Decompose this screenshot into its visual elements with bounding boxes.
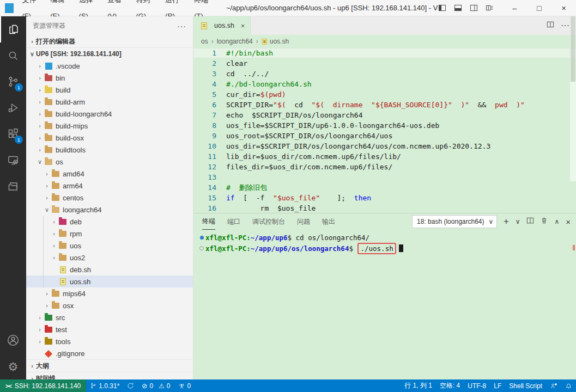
chevron-right-icon[interactable]: › xyxy=(43,194,51,201)
terminal-dropdown-icon[interactable]: ∨ xyxy=(516,218,520,225)
breadcrumb-item-loongarch64[interactable]: loongarch64 xyxy=(217,38,253,45)
status-cursor-position[interactable]: 行 1, 列 1 xyxy=(401,379,436,392)
chevron-down-icon[interactable]: ∨ xyxy=(36,158,44,166)
panel-tab-问题[interactable]: 问题 xyxy=(297,213,310,230)
chevron-right-icon[interactable]: › xyxy=(50,230,58,237)
status-indentation[interactable]: 空格: 4 xyxy=(436,379,464,392)
timeline-section[interactable]: › 时间线 xyxy=(26,372,193,379)
toggle-panel-icon[interactable] xyxy=(454,4,462,12)
split-editor-icon[interactable] xyxy=(547,21,554,30)
tree-item-osx[interactable]: ›osx xyxy=(26,299,193,311)
status-remote[interactable]: ><SSH: 192.168.141.140 xyxy=(0,379,86,392)
tree-item-loongarch64[interactable]: ∨loongarch64 xyxy=(26,204,193,216)
chevron-right-icon[interactable]: › xyxy=(43,290,51,297)
chevron-right-icon[interactable]: › xyxy=(50,242,58,249)
breadcrumb-item-os[interactable]: os xyxy=(201,38,208,45)
chevron-right-icon[interactable]: › xyxy=(36,146,44,153)
tree-item-build-loongarch64[interactable]: ›build-loongarch64 xyxy=(26,108,193,120)
panel-tab-终端[interactable]: 终端 xyxy=(202,213,215,230)
status-ports[interactable]: 0 xyxy=(174,379,195,392)
chevron-right-icon[interactable]: › xyxy=(36,99,44,105)
kill-terminal-icon[interactable] xyxy=(541,217,548,226)
activity-source-control[interactable]: 1 xyxy=(0,69,26,95)
chevron-right-icon[interactable]: › xyxy=(36,63,44,69)
status-sync[interactable] xyxy=(123,379,138,392)
chevron-right-icon[interactable]: › xyxy=(36,87,44,93)
activity-account[interactable] xyxy=(0,327,26,353)
chevron-right-icon[interactable]: › xyxy=(36,122,44,129)
tree-item-os[interactable]: ∨os xyxy=(26,156,193,168)
tree-item-deb[interactable]: ›deb xyxy=(26,216,193,228)
activity-remote-explorer[interactable] xyxy=(0,147,26,173)
tree-item-.gitignore[interactable]: .gitignore xyxy=(26,347,193,359)
tree-item-uos2[interactable]: ›uos2 xyxy=(26,252,193,264)
status-language-mode[interactable]: Shell Script xyxy=(505,379,546,392)
new-terminal-icon[interactable]: + xyxy=(504,217,508,226)
status-branch[interactable]: 1.0.31* xyxy=(86,379,123,392)
chevron-right-icon[interactable]: › xyxy=(36,314,44,321)
panel-tab-端口[interactable]: 端口 xyxy=(227,213,240,230)
tree-item-buildtools[interactable]: ›buildtools xyxy=(26,144,193,156)
minimize-button[interactable]: – xyxy=(502,0,527,16)
terminal-selector[interactable]: 18: bash (loongarch64) ∨ xyxy=(412,215,497,228)
tree-item-deb.sh[interactable]: deb.sh xyxy=(26,264,193,275)
editor-scrollbar[interactable] xyxy=(569,16,576,181)
tree-item-centos[interactable]: ›centos xyxy=(26,192,193,204)
tree-item-uos[interactable]: ›uos xyxy=(26,240,193,252)
tree-item-src[interactable]: ›src xyxy=(26,311,193,323)
editor-more-actions-icon[interactable]: ··· xyxy=(561,21,569,30)
tree-item-amd64[interactable]: ›amd64 xyxy=(26,168,193,180)
tree-item-tools[interactable]: ›tools xyxy=(26,335,193,347)
status-feedback[interactable] xyxy=(546,379,561,392)
chevron-right-icon[interactable]: › xyxy=(43,182,51,189)
chevron-right-icon[interactable]: › xyxy=(50,254,58,261)
tree-item-mips64[interactable]: ›mips64 xyxy=(26,287,193,299)
tree-item-test[interactable]: ›test xyxy=(26,323,193,335)
activity-folders[interactable] xyxy=(0,173,26,199)
tab-uos-sh[interactable]: uos.sh × xyxy=(193,16,251,35)
panel-tab-输出[interactable]: 输出 xyxy=(322,213,335,230)
close-button[interactable]: × xyxy=(551,0,576,16)
panel-tab-调试控制台[interactable]: 调试控制台 xyxy=(252,213,285,230)
chevron-right-icon[interactable]: › xyxy=(36,338,44,345)
customize-layout-icon[interactable] xyxy=(486,4,494,12)
activity-settings[interactable]: ⚙ xyxy=(0,353,26,379)
chevron-right-icon[interactable]: › xyxy=(36,111,44,117)
status-notifications[interactable] xyxy=(561,379,576,392)
activity-search[interactable] xyxy=(0,42,26,69)
status-eol[interactable]: LF xyxy=(490,379,505,392)
tree-item-rpm[interactable]: ›rpm xyxy=(26,228,193,240)
activity-run-debug[interactable] xyxy=(0,95,26,121)
tab-close-icon[interactable]: × xyxy=(241,22,245,30)
tree-item-.vscode[interactable]: ›.vscode xyxy=(26,60,193,72)
tree-item-build[interactable]: ›build xyxy=(26,84,193,96)
workspace-root-section[interactable]: ∨ UP6 [SSH: 192.168.141.140] xyxy=(26,47,193,60)
maximize-panel-icon[interactable]: ∧ xyxy=(554,218,559,225)
sidebar-more-actions-icon[interactable]: ··· xyxy=(177,22,186,30)
activity-extensions[interactable]: 1 xyxy=(0,121,26,147)
toggle-secondary-sidebar-icon[interactable] xyxy=(470,4,478,12)
activity-explorer[interactable] xyxy=(0,16,26,42)
status-encoding[interactable]: UTF-8 xyxy=(464,379,490,392)
breadcrumb-item-uos.sh[interactable]: uos.sh xyxy=(270,38,289,45)
chevron-right-icon[interactable]: › xyxy=(43,302,51,309)
tree-item-uos.sh[interactable]: uos.sh xyxy=(26,275,193,287)
outline-section[interactable]: › 大纲 xyxy=(26,359,193,372)
code-editor[interactable]: 1#!/bin/bash2clear3cd ../../4#./bd-loong… xyxy=(193,48,576,213)
tree-item-build-osx[interactable]: ›build-osx xyxy=(26,132,193,144)
split-terminal-icon[interactable] xyxy=(526,217,534,226)
tree-item-arm64[interactable]: ›arm64 xyxy=(26,180,193,192)
chevron-right-icon[interactable]: › xyxy=(43,170,51,177)
close-panel-icon[interactable]: × xyxy=(566,217,571,226)
chevron-right-icon[interactable]: › xyxy=(36,326,44,333)
toggle-sidebar-icon[interactable] xyxy=(438,4,446,12)
status-problems[interactable]: ⊘0⚠0 xyxy=(138,379,174,392)
terminal[interactable]: xfl@xfl-PC:~/app/up6$ cd os/loongarch64/… xyxy=(193,230,576,254)
chevron-right-icon[interactable]: › xyxy=(50,218,58,225)
open-editors-section[interactable]: › 打开的编辑器 xyxy=(26,35,193,47)
chevron-down-icon[interactable]: ∨ xyxy=(43,206,51,213)
maximize-button[interactable]: □ xyxy=(527,0,551,16)
chevron-right-icon[interactable]: › xyxy=(36,134,44,141)
tree-item-bin[interactable]: ›bin xyxy=(26,72,193,84)
tree-item-build-mips[interactable]: ›build-mips xyxy=(26,120,193,132)
